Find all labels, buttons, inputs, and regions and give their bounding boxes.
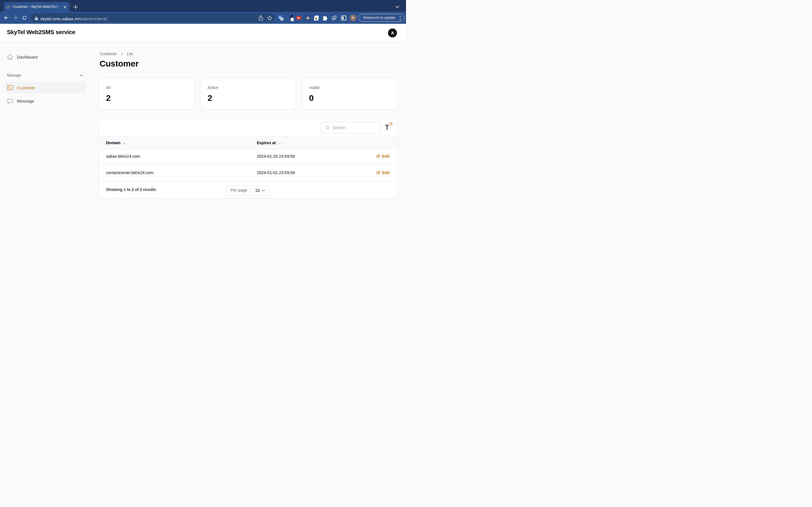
svg-text:文: 文	[281, 17, 283, 20]
